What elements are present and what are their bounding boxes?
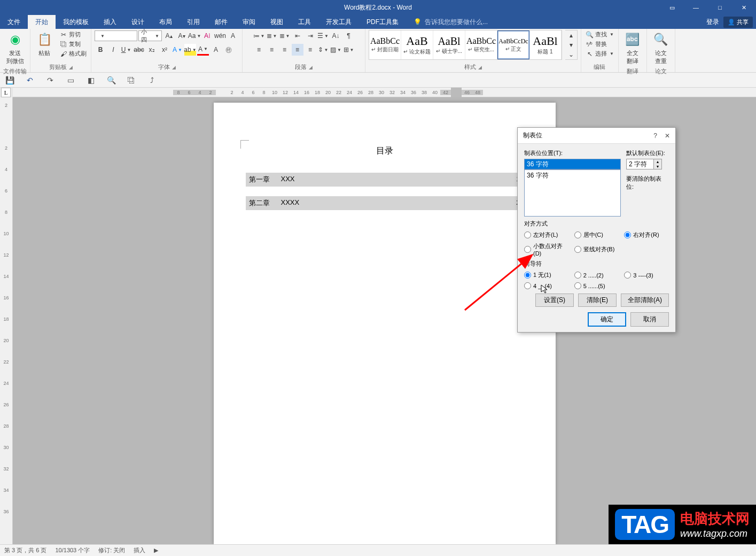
vertical-ruler[interactable]: 224681012141618202224262830323436 [0, 97, 13, 544]
font-launcher-icon[interactable]: ◢ [172, 65, 176, 70]
copy-button[interactable]: ⿻复制 [58, 40, 88, 49]
tab-tools[interactable]: 工具 [291, 15, 318, 29]
tab-review[interactable]: 审阅 [235, 15, 263, 29]
status-mode[interactable]: 插入 [134, 546, 145, 554]
italic-button[interactable]: I [107, 44, 119, 56]
char-border-button[interactable]: A [227, 30, 239, 42]
strikethrough-button[interactable]: abc [133, 44, 145, 56]
indent-left-button[interactable]: ⇤ [292, 30, 303, 42]
cancel-button[interactable]: 取消 [630, 312, 669, 327]
tab-mailings[interactable]: 邮件 [207, 15, 235, 29]
maximize-icon[interactable]: □ [708, 0, 732, 15]
status-track[interactable]: 修订: 关闭 [98, 546, 125, 554]
list-item[interactable]: 36 字符 [527, 171, 618, 180]
ribbon-display-options-icon[interactable]: ▭ [660, 0, 684, 15]
tab-home[interactable]: 开始 [28, 15, 56, 29]
paste-button[interactable]: 📋 粘贴 [34, 30, 55, 58]
clipboard-launcher-icon[interactable]: ◢ [69, 65, 73, 70]
find-button[interactable]: 🔍查找▼ [584, 30, 615, 39]
spin-down-icon[interactable]: ▼ [654, 164, 661, 169]
styles-scroll-down-icon[interactable]: ▾ [565, 40, 577, 50]
default-tab-spinner[interactable]: ▲▼ [626, 159, 669, 169]
set-button[interactable]: 设置(S) [535, 294, 574, 307]
qat-btn8[interactable]: ⤴ [146, 75, 157, 86]
subscript-button[interactable]: x₂ [146, 44, 158, 56]
spin-up-icon[interactable]: ▲ [654, 159, 661, 164]
dialog-close-icon[interactable]: ✕ [665, 132, 670, 140]
align-decimal-radio[interactable]: 小数点对齐(D) [524, 242, 569, 257]
tab-layout[interactable]: 布局 [152, 15, 180, 29]
tab-insert[interactable]: 插入 [96, 15, 124, 29]
leader-4-radio[interactable]: 4 __(4) [524, 282, 569, 289]
show-marks-button[interactable]: ¶ [343, 30, 355, 42]
text-effects-button[interactable]: A▼ [172, 44, 183, 56]
tab-position-input[interactable] [524, 159, 621, 169]
leader-3-radio[interactable]: 3 ----(3) [624, 271, 669, 279]
tab-design[interactable]: 设计 [124, 15, 152, 29]
change-case-button[interactable]: Aa▼ [189, 30, 200, 42]
clear-format-button[interactable]: A⁞ [201, 30, 213, 42]
asian-layout-button[interactable]: ☰▼ [317, 30, 329, 42]
qat-btn7[interactable]: ⿻ [126, 75, 137, 86]
shrink-font-button[interactable]: A▾ [176, 30, 188, 42]
leader-5-radio[interactable]: 5 ......(5) [574, 282, 619, 289]
distribute-button[interactable]: ≡ [305, 44, 316, 56]
align-bar-radio[interactable]: 竖线对齐(B) [574, 242, 619, 257]
table-row[interactable]: 第二章 XXXX 2 [246, 196, 524, 210]
font-family-select[interactable]: ▼ [95, 30, 137, 41]
qat-btn6[interactable]: 🔍 [106, 75, 116, 86]
align-left-radio[interactable]: 左对齐(L) [524, 231, 569, 239]
clear-button[interactable]: 清除(E) [578, 294, 617, 307]
highlight-button[interactable]: ab▼ [184, 44, 196, 56]
borders-button[interactable]: ⊞▼ [343, 44, 355, 56]
ok-button[interactable]: 确定 [588, 312, 626, 327]
enclose-char-button[interactable]: ㊕ [223, 44, 235, 56]
paragraph-launcher-icon[interactable]: ◢ [309, 65, 313, 70]
align-center-radio[interactable]: 居中(C) [574, 231, 619, 239]
numbering-button[interactable]: ≣▼ [266, 30, 278, 42]
superscript-button[interactable]: x² [159, 44, 170, 56]
styles-launcher-icon[interactable]: ◢ [478, 65, 482, 70]
style-normal[interactable]: AaBbCcDc↵ 正文 [497, 30, 529, 59]
style-paper-title[interactable]: AaB↵ 论文标题 [401, 30, 433, 59]
table-row[interactable]: 第一章 XXX 1 [246, 173, 524, 187]
style-heading1[interactable]: AaBl标题 1 [529, 30, 562, 59]
multilevel-button[interactable]: ≣▼ [279, 30, 291, 42]
status-words[interactable]: 10/1303 个字 [55, 546, 90, 554]
tab-stop-marker[interactable] [451, 88, 462, 97]
align-right-radio[interactable]: 右对齐(R) [624, 231, 669, 239]
char-shading-button[interactable]: A [210, 44, 222, 56]
font-color-button[interactable]: A▼ [197, 44, 209, 56]
qat-btn4[interactable]: ▭ [65, 75, 76, 86]
tab-position-list[interactable]: 36 字符 [524, 169, 621, 217]
tab-align-selector[interactable]: L [1, 88, 11, 97]
leader-2-radio[interactable]: 2 .....(2) [574, 271, 619, 279]
replace-button[interactable]: ᵃ⁄ᵇ替换 [584, 40, 615, 49]
share-button[interactable]: 👤共享 [723, 17, 753, 28]
styles-expand-icon[interactable]: ⌄ [565, 50, 577, 59]
default-tab-input[interactable] [626, 159, 654, 169]
page[interactable]: 目录 第一章 XXX 1 第二章 XXXX 2 [214, 103, 556, 544]
tab-references[interactable]: 引用 [180, 15, 207, 29]
line-spacing-button[interactable]: ⇕▼ [317, 44, 329, 56]
style-graduate[interactable]: AaBbCc↵ 研究生... [465, 30, 497, 59]
justify-button[interactable]: ≡ [292, 44, 303, 56]
horizontal-ruler[interactable]: 8642246810121416182022242628303234363840… [13, 88, 756, 97]
status-page[interactable]: 第 3 页，共 6 页 [4, 546, 46, 554]
select-button[interactable]: ↖选择▼ [584, 49, 615, 58]
clear-all-button[interactable]: 全部清除(A) [621, 294, 669, 307]
cut-button[interactable]: ✂剪切 [58, 30, 88, 39]
thesis-check-button[interactable]: 🔍论文 查重 [650, 30, 672, 66]
shading-button[interactable]: ▨▼ [330, 44, 342, 56]
tell-me-search[interactable]: 💡 告诉我您想要做什么... [414, 15, 488, 29]
redo-icon[interactable]: ↷ [45, 75, 56, 86]
style-master[interactable]: AaBl↵ 硕士学... [433, 30, 465, 59]
minimize-icon[interactable]: — [684, 0, 708, 15]
bullets-button[interactable]: ≔▼ [253, 30, 265, 42]
underline-button[interactable]: U▼ [120, 44, 132, 56]
phonetic-guide-button[interactable]: wén [214, 30, 226, 42]
styles-scroll-up-icon[interactable]: ▴ [565, 30, 577, 40]
qat-btn5[interactable]: ◧ [85, 75, 96, 86]
align-center-button[interactable]: ≡ [266, 44, 278, 56]
align-left-button[interactable]: ≡ [253, 44, 265, 56]
